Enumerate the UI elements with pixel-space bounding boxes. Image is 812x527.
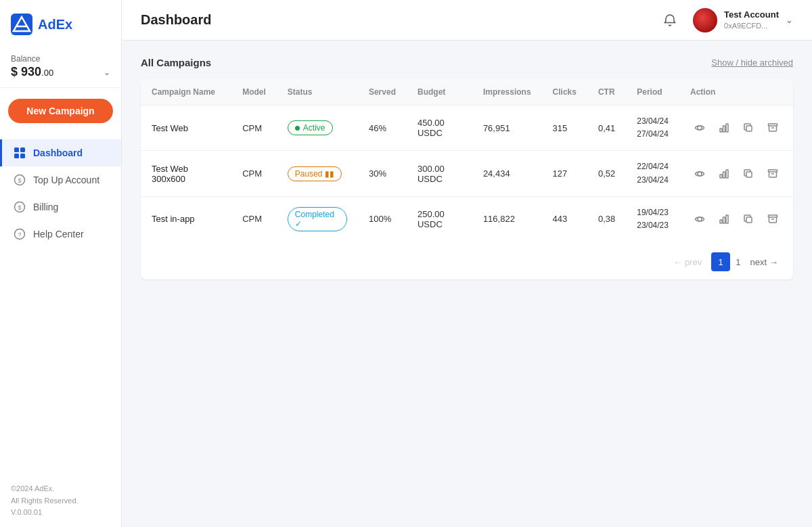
svg-rect-16 <box>726 124 728 132</box>
pagination: ← prev 1 1 next → <box>141 242 793 279</box>
account-name: Test Account <box>724 9 779 21</box>
notification-button[interactable] <box>658 8 682 32</box>
sidebar-item-help[interactable]: ? Help Center <box>0 221 121 248</box>
svg-rect-18 <box>768 124 777 126</box>
copy-icon[interactable] <box>739 118 758 137</box>
stats-icon[interactable] <box>715 164 734 183</box>
cell-budget: 250.00 USDC <box>407 196 472 242</box>
account-dropdown[interactable]: Test Account 0xA9ECFD... ⌄ <box>693 8 793 32</box>
copy-icon[interactable] <box>739 164 758 183</box>
svg-rect-30 <box>726 215 728 223</box>
cell-impressions: 76,951 <box>472 106 542 151</box>
cell-served: 100% <box>358 196 407 242</box>
col-campaign-name: Campaign Name <box>141 79 231 106</box>
show-archived-link[interactable]: Show / hide archived <box>711 58 793 68</box>
cell-campaign-name: Test Web <box>141 106 231 151</box>
action-icons <box>690 118 782 137</box>
new-campaign-button[interactable]: New Campaign <box>8 99 113 123</box>
cell-served: 30% <box>358 151 407 196</box>
adex-logo-icon <box>11 14 32 35</box>
page-number-1[interactable]: 1 <box>711 252 730 271</box>
cell-status: Paused ▮▮ <box>277 151 358 196</box>
cell-model: CPM <box>231 196 277 242</box>
svg-point-20 <box>698 172 702 176</box>
view-icon[interactable] <box>690 164 709 183</box>
cell-period: 19/04/2323/04/23 <box>626 196 679 242</box>
svg-rect-6 <box>20 154 25 158</box>
sidebar-item-billing[interactable]: $ Billing <box>0 193 121 221</box>
next-page-button[interactable]: next → <box>746 254 782 270</box>
sidebar-item-dashboard[interactable]: Dashboard <box>0 139 121 166</box>
header-actions: Test Account 0xA9ECFD... ⌄ <box>658 8 793 32</box>
copy-icon[interactable] <box>739 210 758 229</box>
avatar <box>693 8 717 32</box>
svg-rect-4 <box>20 147 25 152</box>
campaigns-section-header: All Campaigns Show / hide archived <box>141 57 793 68</box>
sidebar-item-topup[interactable]: $ Top Up Account <box>0 166 121 193</box>
next-arrow-icon: → <box>769 257 778 267</box>
cell-model: CPM <box>231 151 277 196</box>
cell-campaign-name: Test in-app <box>141 196 231 242</box>
stats-icon[interactable] <box>715 210 734 229</box>
prev-page-button[interactable]: ← prev <box>669 254 706 270</box>
cell-period: 23/04/2427/04/24 <box>626 106 679 151</box>
sidebar-nav: Dashboard $ Top Up Account $ Billing <box>0 134 121 475</box>
cell-model: CPM <box>231 106 277 151</box>
cell-ctr: 0,41 <box>587 106 626 151</box>
balance-label: Balance <box>11 54 110 64</box>
svg-text:$: $ <box>18 204 21 211</box>
dashboard-icon <box>13 146 26 160</box>
col-action: Action <box>679 79 793 106</box>
archive-icon[interactable] <box>763 118 782 137</box>
stats-icon[interactable] <box>715 118 734 137</box>
action-icons <box>690 210 782 229</box>
status-dot <box>295 126 300 131</box>
svg-rect-32 <box>768 215 777 217</box>
sidebar-item-topup-label: Top Up Account <box>33 175 99 185</box>
cell-impressions: 24,434 <box>472 151 542 196</box>
cell-ctr: 0,38 <box>587 196 626 242</box>
campaigns-table: Campaign Name Model Status Served Budget… <box>141 79 793 279</box>
cell-action <box>679 151 793 196</box>
col-model: Model <box>231 79 277 106</box>
col-served: Served <box>358 79 407 106</box>
cell-ctr: 0,52 <box>587 151 626 196</box>
archive-icon[interactable] <box>763 210 782 229</box>
svg-point-27 <box>698 217 702 221</box>
sidebar-item-billing-label: Billing <box>33 202 58 212</box>
cell-status: Completed ✓ <box>277 196 358 242</box>
svg-rect-21 <box>720 175 722 178</box>
svg-rect-31 <box>746 217 752 223</box>
col-budget: Budget <box>407 79 472 106</box>
view-icon[interactable] <box>690 118 709 137</box>
cell-status: Active <box>277 106 358 151</box>
table-row: Test Web 300x600 CPM Paused ▮▮ 30% 300.0… <box>141 151 793 196</box>
cell-campaign-name: Test Web 300x600 <box>141 151 231 196</box>
content-area: All Campaigns Show / hide archived Campa… <box>122 41 812 527</box>
svg-point-13 <box>698 126 702 130</box>
svg-rect-22 <box>723 172 725 178</box>
action-icons <box>690 164 782 183</box>
billing-icon: $ <box>13 200 26 214</box>
svg-rect-29 <box>723 217 725 223</box>
archive-icon[interactable] <box>763 164 782 183</box>
cell-impressions: 116,822 <box>472 196 542 242</box>
status-badge: Completed ✓ <box>288 207 347 231</box>
table-row: Test Web CPM Active 46% 450.00 USDC 76,9… <box>141 106 793 151</box>
svg-rect-25 <box>768 170 777 172</box>
sidebar-item-dashboard-label: Dashboard <box>33 147 83 158</box>
svg-rect-14 <box>720 129 722 132</box>
cell-period: 22/04/2423/04/24 <box>626 151 679 196</box>
table-header-row: Campaign Name Model Status Served Budget… <box>141 79 793 106</box>
col-ctr: CTR <box>587 79 626 106</box>
svg-text:?: ? <box>18 231 21 238</box>
view-icon[interactable] <box>690 210 709 229</box>
page-total: 1 <box>736 257 740 267</box>
cell-action <box>679 106 793 151</box>
account-address: 0xA9ECFD... <box>724 21 779 30</box>
balance-chevron-icon[interactable]: ⌄ <box>104 68 110 77</box>
cell-clicks: 315 <box>542 106 587 151</box>
status-badge: Paused ▮▮ <box>288 166 342 181</box>
svg-rect-24 <box>746 172 752 177</box>
bell-icon <box>663 14 677 27</box>
